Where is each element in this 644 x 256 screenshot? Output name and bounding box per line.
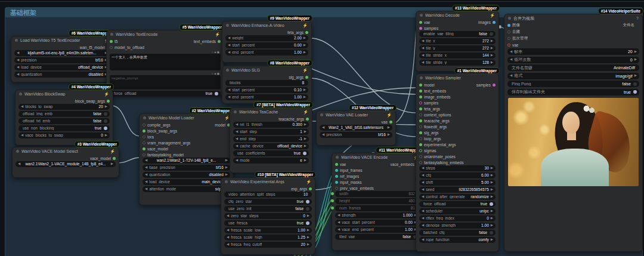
widget-seed[interactable]: ◀seed92832265854575▶	[419, 187, 496, 193]
widget-wan2-1-wan2_1-t2v-14b_fp8_e-[interactable]: ◀wan2.1\Wan2_1-T2V-14B_fp8_e...▶	[143, 158, 230, 164]
stepper-right-icon[interactable]: ▶	[304, 88, 306, 92]
stepper-right-icon[interactable]: ▶	[307, 236, 309, 239]
text-encode-node[interactable]: #5 WanVideoWrapperWanVideo TextEncode⚡t5…	[106, 30, 224, 95]
toggle-off-icon[interactable]	[633, 82, 637, 86]
vace-model-select-header[interactable]: WanVideo VACE Model Select⚡	[13, 147, 119, 155]
input-port-dot[interactable]	[143, 135, 145, 138]
input-port-dot[interactable]	[419, 21, 422, 24]
model-loader-header[interactable]: WanVideo Model Loader⚡	[140, 114, 233, 122]
widget-precision[interactable]: ◀precisionbf16▶	[14, 57, 110, 63]
experimental-args-node[interactable]: #10 [BETA] WanVideoWrapperWanVideo Exper…	[221, 177, 315, 255]
output-port-dot[interactable]	[493, 84, 496, 87]
input-port-dot[interactable]	[335, 163, 338, 166]
stepper-right-icon[interactable]: ▶	[304, 44, 306, 47]
stepper-right-icon[interactable]: ▶	[491, 174, 493, 177]
sampler-output-samples[interactable]: samples	[476, 83, 496, 87]
sampler-input-experimental_args[interactable]: experimental_args	[419, 143, 456, 147]
stepper-left-icon[interactable]: ◀	[228, 44, 230, 47]
sampler-header[interactable]: WanVideo Sampler	[416, 74, 499, 82]
input-port-dot[interactable]	[335, 175, 338, 178]
widget-weight[interactable]: ◀weight2.00▶	[225, 35, 308, 41]
input-port-dot[interactable]	[419, 131, 422, 134]
text-encode-prompt-textarea[interactable]: 一个女人，在风中散发	[110, 54, 221, 70]
collapse-dot-icon[interactable]	[15, 39, 18, 42]
collapse-dot-icon[interactable]	[110, 33, 113, 36]
widget-use_zero_init[interactable]: use_zero_initfalse	[224, 206, 312, 212]
toggle-on-icon[interactable]	[215, 92, 218, 95]
experimental-args-output-exp_args[interactable]: exp_args	[291, 187, 312, 191]
experimental-args-header[interactable]: WanVideo Experimental Args⚡	[221, 178, 315, 186]
stepper-right-icon[interactable]: ▶	[491, 47, 493, 50]
output-port-dot[interactable]	[309, 187, 312, 190]
blockswap-node[interactable]: #4 WanVideoWrapperWanVideo BlockSwap⚡blo…	[15, 90, 113, 146]
model-loader-node[interactable]: #2 WanVideoWrapperWanVideo Model Loader⚡…	[139, 113, 234, 205]
vace-encode-input-input_frames[interactable]: input_frames	[335, 168, 363, 172]
sampler-input-slg_args[interactable]: slg_args	[419, 131, 439, 135]
video-combine-input-批次管理[interactable]: 批次管理	[507, 36, 528, 41]
widget-attention_mode[interactable]: ◀attention_modesdpa▶	[143, 186, 230, 192]
stepper-right-icon[interactable]: ▶	[304, 144, 306, 148]
teacache-header[interactable]: WanVideo TeaCache⚡	[230, 108, 312, 116]
input-port-dot[interactable]	[419, 155, 422, 158]
widget-offload_txt_emb[interactable]: offload_txt_embfalse	[18, 118, 110, 124]
stepper-right-icon[interactable]: ▶	[491, 217, 493, 220]
text-encode-output-text_embeds[interactable]: text_embeds	[194, 39, 221, 44]
collapse-dot-icon[interactable]	[226, 24, 229, 27]
collapse-dot-icon[interactable]	[336, 156, 339, 159]
input-port-dot[interactable]	[419, 113, 422, 116]
widget-fresca_scale_low[interactable]: ◀fresca_scale_low1.00▶	[224, 227, 312, 233]
model-loader-output-model[interactable]: model	[215, 123, 230, 127]
stepper-right-icon[interactable]: ▶	[491, 188, 493, 192]
stepper-left-icon[interactable]: ◀	[145, 159, 147, 162]
widget-force_offload[interactable]: force_offloadtrue	[419, 201, 496, 207]
collapse-dot-icon[interactable]	[420, 76, 423, 79]
stepper-left-icon[interactable]: ◀	[228, 95, 230, 99]
stepper-right-icon[interactable]: ▶	[491, 39, 493, 43]
stepper-right-icon[interactable]: ▶	[491, 166, 493, 170]
stepper-left-icon[interactable]: ◀	[17, 66, 19, 69]
output-port-dot[interactable]	[306, 118, 309, 121]
toggle-on-icon[interactable]	[490, 202, 493, 206]
widget-帧率[interactable]: ◀帧率20▶	[507, 48, 639, 55]
stepper-right-icon[interactable]: ▶	[307, 214, 309, 218]
stepper-left-icon[interactable]: ◀	[338, 221, 340, 224]
input-port-dot[interactable]	[507, 37, 510, 40]
widget-blocks[interactable]: blocks8	[225, 80, 308, 86]
collapse-dot-icon[interactable]	[16, 150, 19, 153]
widget-vace_start_percent[interactable]: ◀vace_start_percent0.00▶	[335, 220, 419, 226]
sampler-input-fantasytalking_embeds[interactable]: fantasytalking_embeds	[419, 161, 464, 165]
stepper-left-icon[interactable]: ◀	[422, 181, 424, 184]
teacache-node[interactable]: #7 [BETA] WanVideoWrapperWanVideo TeaCac…	[230, 107, 312, 173]
sampler-input-teacache_args[interactable]: teacache_args	[419, 119, 450, 123]
vace-encode-output-vace_embeds[interactable]: vace_embeds	[391, 162, 419, 166]
input-port-dot[interactable]	[335, 187, 338, 190]
widget-scheduler[interactable]: ◀schedulerunipc▶	[419, 208, 496, 214]
stepper-left-icon[interactable]: ◀	[422, 174, 424, 177]
vace-encode-input-vae[interactable]: vae	[335, 162, 346, 166]
stepper-right-icon[interactable]: ▶	[491, 195, 493, 199]
widget-cfg_zero_star[interactable]: cfg_zero_startrue	[224, 199, 312, 205]
widget-start_step[interactable]: ◀start_step1▶	[233, 129, 309, 135]
widget-base_precision[interactable]: ◀base_precisionbf16▶	[143, 165, 230, 171]
collapse-dot-icon[interactable]	[143, 116, 146, 119]
input-port-dot[interactable]	[419, 107, 422, 110]
stepper-left-icon[interactable]: ◀	[21, 134, 23, 137]
stepper-left-icon[interactable]: ◀	[422, 238, 424, 242]
sampler-input-image_embeds[interactable]: image_embeds	[419, 95, 450, 99]
sampler-input-context_options[interactable]: context_options	[419, 113, 451, 117]
decode-header[interactable]: WanVideo Decode⚡	[416, 11, 499, 19]
widget-cache_device[interactable]: ◀cache_deviceoffload_device▶	[233, 143, 309, 149]
model-loader-input-lora[interactable]: lora	[143, 135, 154, 139]
stepper-right-icon[interactable]: ▶	[105, 134, 107, 137]
widget-tile_x[interactable]: ◀tile_x272▶	[419, 38, 496, 44]
enhance-a-video-output-feta_args[interactable]: feta_args	[287, 30, 308, 35]
input-port-dot[interactable]	[143, 129, 145, 132]
stepper-left-icon[interactable]: ◀	[422, 47, 424, 50]
input-port-dot[interactable]	[419, 95, 422, 98]
stepper-left-icon[interactable]: ◀	[422, 54, 424, 57]
widget-ping-pong[interactable]: Ping Pongfalse	[507, 81, 639, 87]
widget-end_percent[interactable]: ◀end_percent1.00▶	[225, 94, 308, 100]
load-t5-header[interactable]: Load WanVideo T5 TextEncoder⚡	[11, 36, 113, 44]
vae-loader-node[interactable]: #12 WanVideoWrapperWanVideo VAE Loader⚡v…	[316, 110, 396, 146]
widget-height[interactable]: height480	[335, 198, 419, 204]
